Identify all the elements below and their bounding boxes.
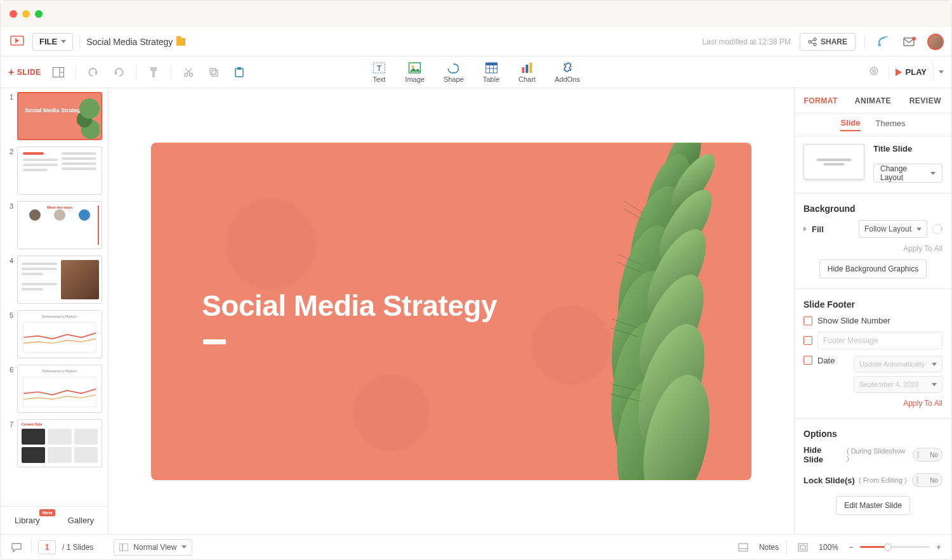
presentation-icon[interactable] xyxy=(8,33,26,51)
chevron-down-icon xyxy=(182,545,187,549)
insert-shape-button[interactable]: Shape xyxy=(444,62,464,83)
expand-icon[interactable] xyxy=(803,226,807,231)
lock-slide-hint: ( From Editing ) xyxy=(859,476,907,484)
play-button[interactable]: PLAY xyxy=(896,67,927,77)
settings-icon[interactable] xyxy=(866,64,882,81)
notes-label[interactable]: Notes xyxy=(759,543,779,552)
reset-fill-icon[interactable] xyxy=(932,224,942,234)
canvas-area: Social Media Strategy xyxy=(109,88,794,534)
footer-message-checkbox[interactable] xyxy=(803,336,812,345)
library-tab[interactable]: Library New xyxy=(15,516,40,525)
svg-point-4 xyxy=(814,43,816,46)
fill-select[interactable]: Follow Layout xyxy=(859,220,927,238)
svg-text:T: T xyxy=(377,64,382,73)
slide-title-text[interactable]: Social Media Strategy xyxy=(202,289,497,323)
notifications-icon[interactable] xyxy=(901,33,918,51)
slide-thumb-1[interactable]: Social Media Strategy xyxy=(17,92,102,140)
svg-marker-37 xyxy=(870,67,878,75)
add-slide-button[interactable]: + SLIDE xyxy=(8,67,41,78)
slide-thumb-4[interactable] xyxy=(17,256,102,304)
document-title[interactable]: Social Media Strategy xyxy=(86,37,185,47)
edit-master-slide-button[interactable]: Edit Master Slide xyxy=(836,496,910,515)
broadcast-icon[interactable] xyxy=(874,33,892,51)
cut-button[interactable] xyxy=(180,64,197,81)
layout-preview[interactable] xyxy=(803,144,864,179)
apply-to-all-bg[interactable]: Apply To All xyxy=(903,244,942,253)
insert-addons-button[interactable]: AddOns xyxy=(555,62,580,83)
footer-message-input[interactable] xyxy=(817,332,942,349)
tab-animate-label: ANIMATE xyxy=(855,96,891,105)
apply-to-all-footer[interactable]: Apply To All xyxy=(903,399,942,408)
insert-chart-button[interactable]: Chart xyxy=(519,62,536,83)
slide-thumbnails[interactable]: 1 Social Media Strategy 2 3 xyxy=(1,88,108,506)
notes-icon[interactable] xyxy=(735,539,751,556)
comments-icon[interactable] xyxy=(8,539,25,556)
fit-to-screen-icon[interactable] xyxy=(795,539,811,556)
insert-shape-label: Shape xyxy=(444,75,464,83)
share-button[interactable]: SHARE xyxy=(800,33,856,51)
zoom-value: 100% xyxy=(819,543,838,552)
format-painter-button[interactable] xyxy=(145,64,162,81)
separator xyxy=(889,65,889,79)
tab-animate[interactable]: ANIMATE xyxy=(847,88,899,113)
zoom-track[interactable] xyxy=(860,546,930,548)
hide-slide-toggle[interactable]: No xyxy=(913,448,943,462)
slide-thumb-3[interactable]: Meet the team xyxy=(17,201,102,249)
toggle-no-label-2: No xyxy=(930,477,938,484)
user-avatar[interactable] xyxy=(927,34,944,50)
view-mode-label: Normal View xyxy=(133,543,176,552)
undo-button[interactable] xyxy=(85,64,102,81)
slide-thumb-2[interactable] xyxy=(17,147,102,195)
gallery-tab[interactable]: Gallery xyxy=(68,516,94,525)
total-slides-label: / 1 Slides xyxy=(62,543,93,552)
hide-bg-graphics-button[interactable]: Hide Background Graphics xyxy=(819,259,927,278)
svg-rect-35 xyxy=(526,65,528,73)
copy-button[interactable] xyxy=(206,64,222,81)
layout-name: Title Slide xyxy=(873,144,942,153)
thumb-number: 6 xyxy=(7,365,13,413)
insert-toolbar: T Text Image Shape Table Chart AddOns xyxy=(372,62,579,83)
gallery-tab-label: Gallery xyxy=(68,516,94,525)
svg-rect-34 xyxy=(522,67,524,73)
slide-thumb-7[interactable]: Content Style xyxy=(17,419,102,467)
layout-icon[interactable] xyxy=(50,64,67,81)
panel-subtabs: Slide Themes xyxy=(795,114,951,136)
plant-graphic xyxy=(529,143,751,480)
window-close-dot[interactable] xyxy=(10,10,17,18)
tab-format[interactable]: FORMAT xyxy=(795,88,847,113)
footer-date-checkbox[interactable] xyxy=(803,356,812,365)
slide-thumb-6[interactable]: Performance by Platform xyxy=(17,365,102,413)
svg-point-7 xyxy=(878,44,881,46)
zoom-out-button[interactable]: − xyxy=(846,543,856,552)
library-tab-label: Library xyxy=(15,516,40,525)
slide-thumb-5[interactable]: Performance by Platform xyxy=(17,310,102,358)
tab-review[interactable]: REVIEW xyxy=(899,88,951,113)
play-dropdown[interactable] xyxy=(933,63,944,81)
insert-image-button[interactable]: Image xyxy=(405,62,425,83)
view-mode-select[interactable]: Normal View xyxy=(114,539,192,556)
chevron-down-icon xyxy=(932,383,937,386)
slide-canvas[interactable]: Social Media Strategy xyxy=(151,143,751,480)
subtab-slide[interactable]: Slide xyxy=(840,118,860,131)
show-slide-number-checkbox[interactable] xyxy=(803,316,812,325)
file-menu-button[interactable]: FILE xyxy=(32,33,73,51)
lock-slide-toggle[interactable]: No xyxy=(912,473,942,487)
insert-table-button[interactable]: Table xyxy=(483,62,499,83)
change-layout-button[interactable]: Change Layout xyxy=(873,164,942,183)
subtab-themes[interactable]: Themes xyxy=(876,119,906,131)
zoom-slider[interactable]: − + xyxy=(846,543,944,552)
canvas-viewport[interactable]: Social Media Strategy xyxy=(109,88,794,534)
insert-text-button[interactable]: T Text xyxy=(372,62,386,83)
current-slide-box[interactable]: 1 xyxy=(38,540,56,554)
window-minimize-dot[interactable] xyxy=(22,10,30,18)
redo-button[interactable] xyxy=(110,64,127,81)
svg-rect-64 xyxy=(798,544,807,551)
edit-master-slide-label: Edit Master Slide xyxy=(844,501,902,510)
paste-button[interactable] xyxy=(231,64,248,81)
window-zoom-dot[interactable] xyxy=(35,10,43,18)
zoom-knob[interactable] xyxy=(884,544,892,551)
hide-slide-hint: ( During Slideshow ) xyxy=(847,447,909,462)
format-panel: FORMAT ANIMATE REVIEW Slide Themes Title… xyxy=(794,88,951,534)
panel-tabs: FORMAT ANIMATE REVIEW xyxy=(795,88,951,114)
zoom-in-button[interactable]: + xyxy=(934,543,944,552)
